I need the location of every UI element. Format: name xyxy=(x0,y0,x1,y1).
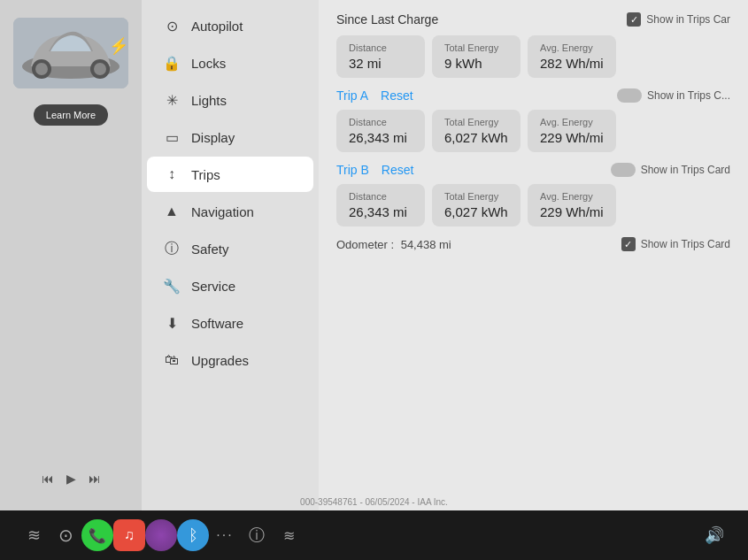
prev-button[interactable]: ⏮ xyxy=(42,472,54,486)
since-checkbox[interactable]: ✓ xyxy=(627,12,641,27)
trip-b-toggle[interactable] xyxy=(611,163,636,177)
odometer-checkbox[interactable]: ✓ xyxy=(621,237,636,251)
sidebar: ⊙ Autopilot 🔒 Locks ✳ Lights ▭ Display ↕… xyxy=(142,0,319,510)
svg-point-3 xyxy=(35,63,48,75)
show-trips-card-since[interactable]: ✓ Show in Trips Car xyxy=(627,12,730,27)
sidebar-label-lights: Lights xyxy=(191,93,227,108)
odometer-show-trips[interactable]: ✓ Show in Trips Card xyxy=(621,237,730,251)
trip-b-avg-value: 229 Wh/mi xyxy=(540,204,604,219)
trip-a-distance-label: Distance xyxy=(349,117,413,127)
sidebar-item-display[interactable]: ▭ Display xyxy=(147,119,313,155)
more-dots-icon[interactable]: ··· xyxy=(209,519,241,551)
sidebar-item-locks[interactable]: 🔒 Locks xyxy=(147,45,313,81)
sidebar-label-trips: Trips xyxy=(191,167,220,182)
since-energy-card: Total Energy 9 kWh xyxy=(432,35,521,78)
trip-b-show-toggle[interactable]: Show in Trips Card xyxy=(611,163,730,177)
since-avg-value: 282 Wh/mi xyxy=(540,56,604,71)
service-icon: 🔧 xyxy=(163,277,181,295)
trip-b-header: Trip B Reset Show in Trips Card xyxy=(336,163,730,177)
trip-b-stats: Distance 26,343 mi Total Energy 6,027 kW… xyxy=(336,184,730,226)
phone-icon[interactable]: 📞 xyxy=(81,519,113,551)
car-image: ⚡ xyxy=(13,18,128,88)
display-icon: ▭ xyxy=(163,128,181,146)
trip-b-energy-card: Total Energy 6,027 kWh xyxy=(432,184,521,226)
trip-b-avg-card: Avg. Energy 229 Wh/mi xyxy=(528,184,616,226)
since-energy-label: Total Energy xyxy=(444,42,508,53)
trip-b-energy-label: Total Energy xyxy=(444,191,508,202)
trip-a-energy-label: Total Energy xyxy=(444,117,508,127)
locks-icon: 🔒 xyxy=(163,54,181,72)
watermark: 000-39548761 - 06/05/2024 - IAA Inc. xyxy=(300,497,448,507)
since-last-charge-header: Since Last Charge ✓ Show in Trips Car xyxy=(336,12,730,27)
info-taskbar-icon[interactable]: ⓘ xyxy=(241,519,273,551)
sidebar-label-locks: Locks xyxy=(191,56,226,71)
learn-more-button[interactable]: Learn More xyxy=(34,104,108,126)
safety-icon: ⓘ xyxy=(163,240,181,257)
volume-icon[interactable]: 🔊 xyxy=(698,519,730,551)
trip-a-stats: Distance 26,343 mi Total Energy 6,027 kW… xyxy=(336,110,730,152)
odometer-label: Odometer : 54,438 mi xyxy=(336,238,451,251)
trip-b-show-label: Show in Trips Card xyxy=(641,164,730,176)
trip-a-energy-value: 6,027 kWh xyxy=(444,130,508,145)
since-distance-label: Distance xyxy=(349,42,413,53)
music-icon[interactable]: ♫ xyxy=(113,519,145,551)
trip-a-toggle[interactable] xyxy=(617,88,642,103)
odometer-value: 54,438 mi xyxy=(401,238,451,251)
trip-a-label[interactable]: Trip A xyxy=(336,88,368,103)
since-distance-card: Distance 32 mi xyxy=(336,35,425,78)
svg-text:⚡: ⚡ xyxy=(109,36,128,56)
sidebar-label-display: Display xyxy=(191,130,235,145)
trip-a-show-toggle[interactable]: Show in Trips C... xyxy=(617,88,730,103)
trip-b-reset[interactable]: Reset xyxy=(382,163,414,177)
trip-b-avg-label: Avg. Energy xyxy=(540,191,604,202)
trip-a-distance-value: 26,343 mi xyxy=(349,130,413,145)
trip-b-energy-value: 6,027 kWh xyxy=(444,204,508,219)
autopilot-icon: ⊙ xyxy=(163,17,181,35)
sidebar-item-safety[interactable]: ⓘ Safety xyxy=(147,231,313,266)
sidebar-label-service: Service xyxy=(191,279,235,294)
steering-wheel-icon[interactable]: ⊙ xyxy=(50,519,81,551)
sidebar-label-software: Software xyxy=(191,316,243,331)
since-avg-card: Avg. Energy 282 Wh/mi xyxy=(528,35,616,78)
since-show-label: Show in Trips Car xyxy=(646,13,730,26)
trip-a-header: Trip A Reset Show in Trips C... xyxy=(336,88,730,103)
trip-a-show-label: Show in Trips C... xyxy=(647,89,730,102)
since-avg-label: Avg. Energy xyxy=(540,42,604,53)
upgrades-icon: 🛍 xyxy=(163,351,181,369)
sidebar-item-autopilot[interactable]: ⊙ Autopilot xyxy=(147,8,313,43)
since-energy-value: 9 kWh xyxy=(444,56,508,71)
trip-a-reset[interactable]: Reset xyxy=(381,88,413,103)
trip-a-avg-label: Avg. Energy xyxy=(540,117,604,127)
navigation-icon: ▲ xyxy=(163,203,181,220)
main-content: ⚡ Learn More ⏮ ▶ ⏭ ⊙ Autopilot 🔒 Locks ✳ xyxy=(0,0,748,510)
since-distance-value: 32 mi xyxy=(349,56,413,71)
odometer-row: Odometer : 54,438 mi ✓ Show in Trips Car… xyxy=(336,237,730,251)
trips-icon: ↕ xyxy=(163,165,181,183)
car-panel: ⚡ Learn More ⏮ ▶ ⏭ xyxy=(0,0,142,510)
trip-b-distance-value: 26,343 mi xyxy=(349,204,413,219)
play-button[interactable]: ▶ xyxy=(66,472,76,486)
seat-heat-right-icon[interactable]: ≋ xyxy=(273,519,305,551)
sidebar-item-lights[interactable]: ✳ Lights xyxy=(147,82,313,118)
media-controls: ⏮ ▶ ⏭ xyxy=(35,464,108,493)
svg-point-5 xyxy=(94,63,106,75)
trip-a-distance-card: Distance 26,343 mi xyxy=(336,110,425,152)
sidebar-label-autopilot: Autopilot xyxy=(191,19,243,34)
bluetooth-icon[interactable]: ᛒ xyxy=(177,519,209,551)
main-screen: ⚡ Learn More ⏮ ▶ ⏭ ⊙ Autopilot 🔒 Locks ✳ xyxy=(0,0,748,560)
lights-icon: ✳ xyxy=(163,91,181,109)
sidebar-item-service[interactable]: 🔧 Service xyxy=(147,268,313,303)
sidebar-item-trips[interactable]: ↕ Trips xyxy=(147,157,313,192)
sidebar-item-navigation[interactable]: ▲ Navigation xyxy=(147,194,313,229)
trip-b-label[interactable]: Trip B xyxy=(336,163,369,177)
fan-icon[interactable]: ≋ xyxy=(18,519,50,551)
sidebar-item-upgrades[interactable]: 🛍 Upgrades xyxy=(147,342,313,378)
content-panel: Since Last Charge ✓ Show in Trips Car Di… xyxy=(319,0,748,510)
car-svg: ⚡ xyxy=(13,18,128,88)
sidebar-label-upgrades: Upgrades xyxy=(191,353,249,368)
taskbar: ≋ ⊙ 📞 ♫ ᛒ ··· ⓘ ≋ 🔊 xyxy=(0,510,748,560)
trip-b-distance-label: Distance xyxy=(349,191,413,202)
circle-icon[interactable] xyxy=(145,519,177,551)
next-button[interactable]: ⏭ xyxy=(89,472,101,486)
sidebar-item-software[interactable]: ⬇ Software xyxy=(147,305,313,341)
